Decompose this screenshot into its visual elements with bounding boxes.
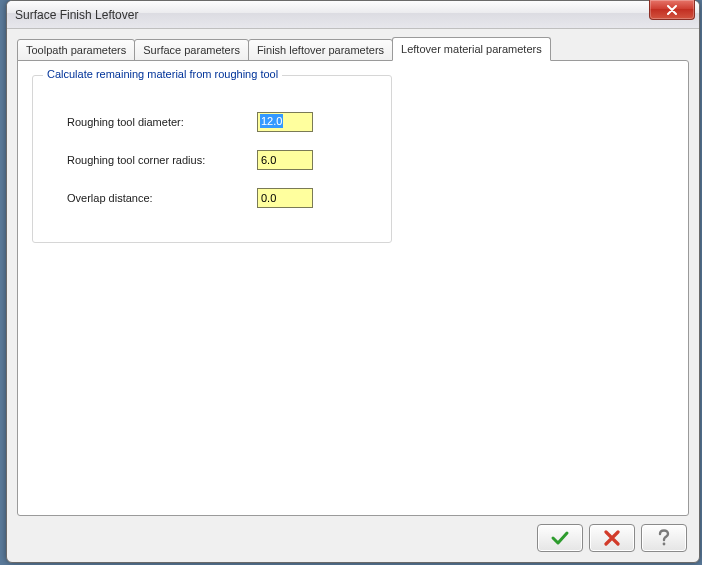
row-overlap-distance: Overlap distance:: [67, 188, 375, 208]
titlebar: Surface Finish Leftover: [7, 1, 699, 29]
tab-surface-parameters[interactable]: Surface parameters: [134, 39, 249, 61]
input-overlap-distance[interactable]: [257, 188, 313, 208]
label-roughing-diameter: Roughing tool diameter:: [67, 116, 257, 128]
close-icon: [666, 5, 678, 15]
tab-finish-leftover-parameters[interactable]: Finish leftover parameters: [248, 39, 393, 61]
help-button[interactable]: [641, 524, 687, 552]
check-icon: [550, 530, 570, 546]
group-legend: Calculate remaining material from roughi…: [43, 68, 282, 80]
svg-point-0: [663, 543, 666, 546]
tab-panel: Calculate remaining material from roughi…: [17, 60, 689, 516]
group-calculate-remaining: Calculate remaining material from roughi…: [32, 75, 392, 243]
dialog-window: Surface Finish Leftover Toolpath paramet…: [6, 0, 700, 563]
label-overlap-distance: Overlap distance:: [67, 192, 257, 204]
cancel-button[interactable]: [589, 524, 635, 552]
input-corner-radius[interactable]: [257, 150, 313, 170]
row-roughing-diameter: Roughing tool diameter: 12.0: [67, 112, 375, 132]
x-icon: [604, 530, 620, 546]
question-icon: [657, 529, 671, 547]
ok-button[interactable]: [537, 524, 583, 552]
tab-leftover-material-parameters[interactable]: Leftover material parameters: [392, 37, 551, 61]
window-title: Surface Finish Leftover: [15, 8, 138, 22]
button-bar: [17, 516, 689, 552]
input-roughing-diameter[interactable]: [257, 112, 313, 132]
close-button[interactable]: [649, 0, 695, 20]
tabstrip: Toolpath parameters Surface parameters F…: [17, 37, 689, 61]
client-area: Toolpath parameters Surface parameters F…: [7, 29, 699, 562]
row-corner-radius: Roughing tool corner radius:: [67, 150, 375, 170]
label-corner-radius: Roughing tool corner radius:: [67, 154, 257, 166]
tab-toolpath-parameters[interactable]: Toolpath parameters: [17, 39, 135, 61]
